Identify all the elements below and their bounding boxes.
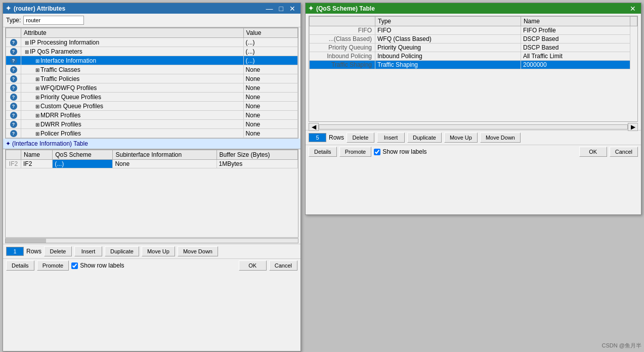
if-buf-cell: 1MBytes bbox=[217, 160, 297, 168]
qos-row[interactable]: Priority Queuing Priority Queuing DSCP B… bbox=[310, 43, 637, 52]
router-attributes-window: ✦ (router) Attributes — □ ✕ Type: Attrib… bbox=[3, 3, 301, 351]
attr-icon-cell: ? bbox=[6, 47, 21, 56]
qos-insert-button[interactable]: Insert bbox=[377, 133, 405, 143]
router-details-button[interactable]: Details bbox=[6, 260, 34, 271]
watermark: CSDN @鱼月半 bbox=[602, 342, 641, 349]
interface-row[interactable]: IF2 IF2 (...) None 1MBytes bbox=[6, 160, 298, 168]
attr-label-cell: ⊞Priority Queue Profiles bbox=[21, 93, 244, 102]
qos-rows-label: Rows bbox=[329, 134, 344, 141]
qos-move-down-button[interactable]: Move Down bbox=[480, 133, 521, 143]
qos-row[interactable]: FIFO FIFO FIFO Profile bbox=[310, 26, 637, 35]
if-qos-cell: (...) bbox=[53, 160, 113, 168]
attribute-row[interactable]: ? ⊞MDRR Profiles None bbox=[6, 111, 298, 120]
qos-promote-button[interactable]: Promote bbox=[339, 147, 372, 157]
qos-name-cell: FIFO Profile bbox=[521, 26, 630, 35]
attr-col-header bbox=[6, 28, 21, 38]
router-window-controls[interactable]: — □ ✕ bbox=[264, 5, 298, 12]
qos-h-scroll[interactable]: ◀ ▶ bbox=[309, 124, 638, 130]
router-show-labels-text: Show row labels bbox=[80, 262, 124, 269]
router-cancel-button[interactable]: Cancel bbox=[269, 260, 297, 271]
attr-label-cell: ⊞Interface Information bbox=[21, 56, 244, 65]
qos-close-button[interactable]: ✕ bbox=[627, 5, 638, 12]
qos-duplicate-button[interactable]: Duplicate bbox=[407, 133, 442, 143]
qos-show-labels-label: Show row labels bbox=[374, 148, 426, 155]
attr-label-cell: ⊞Traffic Classes bbox=[21, 65, 244, 74]
attribute-row[interactable]: ? ⊞Traffic Classes None bbox=[6, 65, 298, 74]
attribute-row[interactable]: ? ⊞Policer Profiles None bbox=[6, 129, 298, 138]
qos-label-cell: Traffic Shaping bbox=[310, 61, 375, 69]
type-input[interactable] bbox=[23, 16, 84, 25]
attribute-row[interactable]: ? ⊞Interface Information (...) bbox=[6, 56, 298, 65]
attr-value-cell: None bbox=[243, 102, 297, 111]
qos-title-icon: ✦ bbox=[308, 5, 314, 12]
router-show-labels-checkbox[interactable] bbox=[71, 262, 78, 269]
attribute-row[interactable]: ? ⊞Priority Queue Profiles None bbox=[6, 93, 298, 102]
if-id-cell: IF2 bbox=[6, 160, 21, 168]
attribute-row[interactable]: ? ⊞IP QoS Parameters (...) bbox=[6, 47, 298, 56]
qos-type-cell: Priority Queuing bbox=[375, 43, 521, 52]
qos-move-up-button[interactable]: Move Up bbox=[444, 133, 478, 143]
attribute-row[interactable]: ? ⊞DWRR Profiles None bbox=[6, 120, 298, 129]
attribute-scroll-area[interactable]: Attribute Value ? ⊞IP Processing Informa… bbox=[5, 27, 298, 139]
qos-ok-button[interactable]: OK bbox=[579, 147, 607, 157]
router-promote-button[interactable]: Promote bbox=[37, 260, 69, 271]
qos-scroll-right[interactable]: ▶ bbox=[628, 123, 638, 131]
router-insert-button[interactable]: Insert bbox=[74, 246, 102, 256]
section-title: (Interface Information) Table bbox=[12, 140, 88, 147]
qos-table-scroll[interactable]: Type Name FIFO FIFO FIFO Profile ...(Cla… bbox=[309, 16, 638, 122]
attr-label-cell: ⊞Traffic Policies bbox=[21, 74, 244, 83]
qos-row[interactable]: Inbound Policing Inbound Policing All Tr… bbox=[310, 52, 637, 61]
h-scroll-bar[interactable] bbox=[5, 238, 298, 244]
if-col-sub: Subinterface Information bbox=[113, 150, 217, 160]
router-title-icon: ✦ bbox=[6, 5, 11, 12]
attr-label-cell: ⊞WFQ/DWFQ Profiles bbox=[21, 83, 244, 93]
router-maximize-button[interactable]: □ bbox=[277, 5, 286, 12]
type-row: Type: bbox=[3, 14, 300, 27]
router-close-button[interactable]: ✕ bbox=[287, 5, 298, 12]
qos-rows-input[interactable] bbox=[309, 133, 326, 142]
attr-value-cell: None bbox=[243, 65, 297, 74]
qos-col-type: Type bbox=[375, 17, 521, 26]
qos-table: Type Name FIFO FIFO FIFO Profile ...(Cla… bbox=[309, 16, 637, 69]
qos-type-cell: Traffic Shaping bbox=[375, 61, 521, 69]
qos-window-controls[interactable]: ✕ bbox=[627, 5, 638, 12]
router-move-down-button[interactable]: Move Down bbox=[178, 246, 218, 256]
router-move-up-button[interactable]: Move Up bbox=[142, 246, 175, 256]
attr-value-cell: None bbox=[243, 111, 297, 120]
router-ok-button[interactable]: OK bbox=[239, 260, 267, 271]
qos-name-cell: 2000000 bbox=[521, 61, 630, 69]
attribute-row[interactable]: ? ⊞Custom Queue Profiles None bbox=[6, 102, 298, 111]
attribute-row[interactable]: ? ⊞WFQ/DWFQ Profiles None bbox=[6, 83, 298, 93]
qos-row[interactable]: Traffic Shaping Traffic Shaping 2000000 bbox=[310, 61, 637, 69]
qos-col-label bbox=[310, 17, 375, 26]
router-bottom-bar-2: Details Promote Show row labels OK Cance… bbox=[3, 258, 300, 273]
attribute-row[interactable]: ? ⊞IP Processing Information (...) bbox=[6, 38, 298, 47]
qos-scroll-left[interactable]: ◀ bbox=[309, 123, 319, 131]
router-titlebar: ✦ (router) Attributes — □ ✕ bbox=[3, 3, 300, 14]
router-duplicate-button[interactable]: Duplicate bbox=[105, 246, 139, 256]
attr-label-cell: ⊞DWRR Profiles bbox=[21, 120, 244, 129]
qos-show-labels-checkbox[interactable] bbox=[374, 149, 380, 155]
attr-icon-cell: ? bbox=[6, 93, 21, 102]
qos-type-cell: WFQ (Class Based) bbox=[375, 35, 521, 43]
attr-value-cell: None bbox=[243, 93, 297, 102]
qos-row[interactable]: ...(Class Based) WFQ (Class Based) DSCP … bbox=[310, 35, 637, 43]
qos-name-cell: All Traffic Limit bbox=[521, 52, 630, 61]
attribute-row[interactable]: ? ⊞Traffic Policies None bbox=[6, 74, 298, 83]
qos-cancel-button[interactable]: Cancel bbox=[610, 147, 638, 157]
attr-icon-cell: ? bbox=[6, 65, 21, 74]
qos-details-button[interactable]: Details bbox=[309, 147, 337, 157]
qos-bottom-bar: Rows Delete Insert Duplicate Move Up Mov… bbox=[306, 130, 641, 145]
attr-label-cell: ⊞Custom Queue Profiles bbox=[21, 102, 244, 111]
attr-icon-cell: ? bbox=[6, 129, 21, 138]
router-delete-button[interactable]: Delete bbox=[44, 246, 72, 256]
attr-value-cell: (...) bbox=[243, 38, 297, 47]
qos-delete-button[interactable]: Delete bbox=[347, 133, 374, 143]
interface-table-scroll[interactable]: Name QoS Scheme Subinterface Information… bbox=[5, 149, 298, 238]
attr-col-value: Value bbox=[243, 28, 297, 38]
router-rows-input[interactable] bbox=[6, 247, 24, 256]
attr-icon-cell: ? bbox=[6, 102, 21, 111]
router-minimize-button[interactable]: — bbox=[264, 5, 276, 12]
type-label: Type: bbox=[6, 17, 21, 24]
attr-col-attribute: Attribute bbox=[21, 28, 244, 38]
